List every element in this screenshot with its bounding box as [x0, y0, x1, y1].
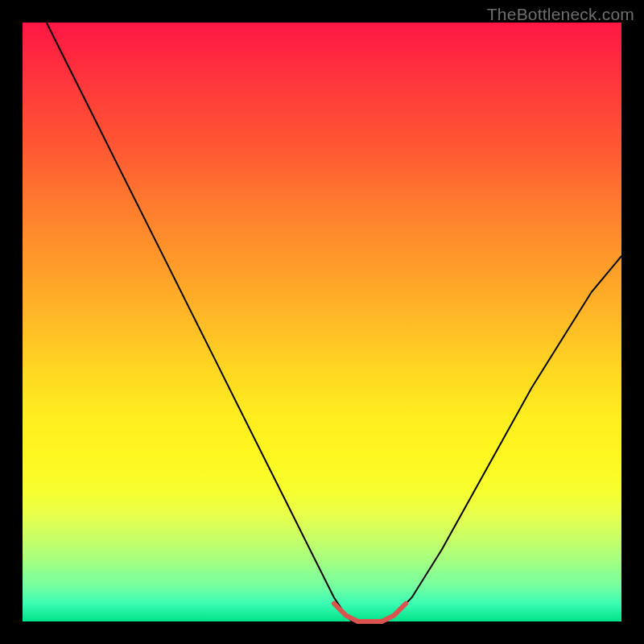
plot-area: [23, 23, 621, 621]
bottleneck-curve: [47, 23, 621, 621]
optimal-band: [334, 604, 406, 621]
curve-svg: [23, 23, 621, 621]
chart-frame: TheBottleneck.com: [0, 0, 644, 644]
watermark-label: TheBottleneck.com: [487, 5, 634, 24]
